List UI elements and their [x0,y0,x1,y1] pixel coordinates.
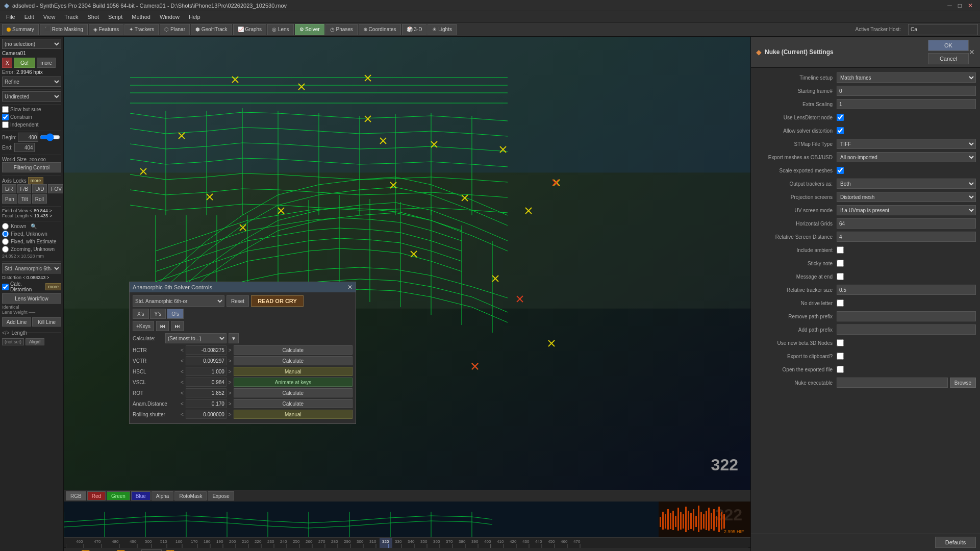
calc-dist-check[interactable] [2,284,9,290]
output-trackers-select[interactable]: Both [837,179,976,189]
ud-btn[interactable]: U/D [32,184,47,193]
menu-file[interactable]: File [2,13,19,21]
hctr-lt[interactable]: < [181,347,184,353]
toolbar-trackers[interactable]: ✦ Trackers [124,24,159,35]
tab-ys[interactable]: Y's [150,309,166,319]
read-or-cry-btn[interactable]: READ OR CRY [251,295,304,307]
calc-dist-more[interactable]: more [45,283,61,290]
add-line-btn[interactable]: Add Line [2,317,31,327]
maximize-btn[interactable]: □ [955,2,965,9]
toolbar-summary[interactable]: Summary [2,24,39,35]
close-main-btn[interactable]: ✕ [965,2,976,9]
menu-window[interactable]: Window [156,13,184,21]
include-ambient-check[interactable] [837,246,844,254]
remove-prefix-input[interactable] [837,311,976,321]
vctr-lt[interactable]: < [181,358,184,364]
lr-btn[interactable]: L/R [2,184,16,193]
tab-xs[interactable]: X's [133,309,149,319]
toolbar-planar[interactable]: ⬡ Planar [160,24,190,35]
toolbar-lights[interactable]: ☀ Lights [428,24,456,35]
menu-shot[interactable]: Shot [83,13,103,21]
vscl-gt[interactable]: > [229,380,232,385]
vscl-anim-btn[interactable]: Animate at keys [234,378,353,387]
use-lensdistort-check[interactable] [837,114,844,121]
menu-edit[interactable]: Edit [20,13,38,21]
open-exported-check[interactable] [837,366,844,373]
tracker-host-input[interactable] [908,24,978,35]
nav-start-btn[interactable]: ⏮ [156,321,169,331]
starting-frame-input[interactable] [837,86,976,96]
align-btn[interactable]: Align! [26,338,44,345]
scale-meshes-check[interactable] [837,167,844,174]
solver-close-btn[interactable]: ✕ [347,284,353,291]
hctr-gt[interactable]: > [229,347,232,353]
fixed-estimate-radio[interactable] [2,238,9,245]
allow-solver-dist-check[interactable] [837,127,844,134]
not-set-btn[interactable]: (not set) [2,338,24,345]
ch-green-btn[interactable]: Green [107,491,130,500]
tilt-btn[interactable]: Tilt [18,194,31,204]
anam-dist-calc-btn[interactable]: Calculate [234,399,353,408]
rot-gt[interactable]: > [229,390,232,396]
fov-btn[interactable]: FOV [48,184,64,193]
rolling-lt[interactable]: < [181,412,184,417]
timeline-setup-select[interactable]: Match frames [837,72,976,83]
slow-sure-check[interactable] [2,106,9,113]
nuke-close-btn[interactable]: ✕ [969,48,975,56]
filtering-btn[interactable]: Filtering Control [2,162,61,172]
toolbar-graphs[interactable]: 📈 Graphs [233,24,267,35]
nuke-exec-input[interactable] [837,378,948,388]
no-drive-check[interactable] [837,299,844,307]
fb-btn[interactable]: F/B [17,184,32,193]
bottom-viewport[interactable]: 322 [64,502,750,537]
extra-scaling-input[interactable] [837,99,976,109]
toolbar-coordinates[interactable]: ⊕ Coordinates [359,24,401,35]
ch-rotomask-btn[interactable]: RotoMask [174,491,207,500]
go-button[interactable]: Go! [14,58,35,68]
toolbar-phases[interactable]: ◷ Phases [325,24,358,35]
hscl-lt[interactable]: < [181,369,184,374]
toolbar-features[interactable]: ◈ Features [89,24,123,35]
constrain-check[interactable] [2,114,9,120]
method-dropdown[interactable]: Refine [2,77,61,87]
menu-help[interactable]: Help [185,13,205,21]
toolbar-roto[interactable]: ⬛ Roto Masking [40,24,88,35]
lens-type-dropdown[interactable]: Std. Anamorphic 6th-r [2,263,61,273]
begin-input[interactable] [18,133,38,142]
more-button[interactable]: more [37,58,56,68]
toolbar-geotrack[interactable]: ⬢ GeoHTrack [191,24,232,35]
menu-method[interactable]: Method [128,13,155,21]
vctr-gt[interactable]: > [229,358,232,364]
hctr-calc-btn[interactable]: Calculate [234,345,353,355]
timeline-ruler[interactable]: 460 470 480 490 500 510 160 170 180 190 … [64,537,750,547]
toolbar-lens[interactable]: ◎ Lens [267,24,293,35]
hctr-input[interactable] [186,345,227,355]
toolbar-solver[interactable]: ⚙ Solver [295,24,324,35]
ch-red-btn[interactable]: Red [87,491,106,500]
tab-os[interactable]: O's [167,309,184,319]
minimize-btn[interactable]: ─ [944,2,955,9]
screen-dist-input[interactable] [837,232,976,242]
selection-dropdown[interactable]: (no selection) [2,39,61,49]
cancel-btn[interactable]: Cancel [928,53,969,64]
independent-check[interactable] [2,121,9,128]
sticky-note-check[interactable] [837,260,844,267]
begin-slider[interactable] [40,135,60,140]
defaults-btn[interactable]: Defaults [935,537,976,548]
ch-rgb-btn[interactable]: RGB [66,491,86,500]
kill-line-btn[interactable]: Kill Line [32,317,61,327]
rot-input[interactable] [186,388,227,397]
solver-reset-btn[interactable]: Reset [227,295,249,307]
horiz-grids-input[interactable] [837,218,976,229]
fixed-unknown-radio[interactable] [2,231,9,237]
eyedropper-icon[interactable]: 🔍 [31,223,37,229]
zooming-unknown-radio[interactable] [2,246,9,253]
end-input[interactable] [14,143,35,152]
anam-dist-lt[interactable]: < [181,401,184,407]
hscl-gt[interactable]: > [229,369,232,374]
rolling-manual-btn[interactable]: Manual [234,410,353,419]
ch-expose-btn[interactable]: Expose [208,491,234,500]
vscl-input[interactable] [186,378,227,387]
undirected-dropdown[interactable]: Undirected [2,91,61,102]
anam-dist-gt[interactable]: > [229,401,232,407]
